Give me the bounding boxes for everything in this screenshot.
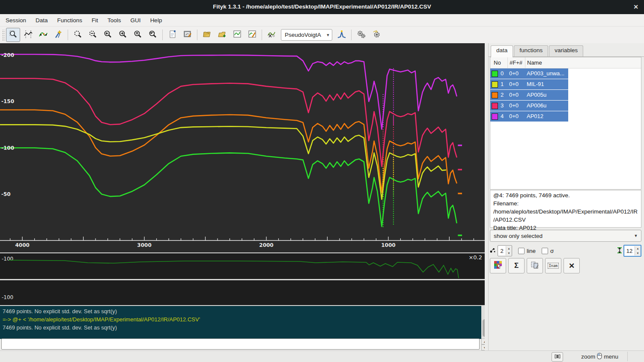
menu-help[interactable]: Help [146, 15, 167, 26]
zoom-all-button[interactable] [71, 28, 85, 42]
shift-icon [617, 246, 622, 255]
auto-add-peak-button[interactable] [334, 28, 349, 42]
title-bar: Fityk 1.3.1 - /home/aleplo/test/Desktop/… [0, 0, 644, 14]
menu-functions[interactable]: Functions [53, 15, 87, 26]
menu-data[interactable]: Data [31, 15, 53, 26]
data-plot-icon [233, 30, 242, 41]
main-plot[interactable]: 4000300020001000-200-150-100-50 [0, 43, 485, 252]
line-checkbox-label: line [527, 248, 536, 254]
show-filter-value: show only selected [490, 233, 631, 239]
execute-script-button[interactable] [180, 28, 194, 42]
toolbar-separator [68, 30, 68, 40]
view-data-button[interactable] [230, 28, 244, 42]
zoom-vertical-button[interactable] [86, 28, 100, 42]
sum-button[interactable]: Σ [508, 258, 525, 273]
sigma-glyph: Σ [514, 261, 519, 270]
aux-plot-2[interactable]: -100 [0, 280, 485, 305]
aux-plot-1[interactable]: -100 ×0.2 [0, 253, 485, 279]
edit-script-button[interactable] [165, 28, 179, 42]
dataset-table: No #F+# Name 0 0+0 AP003_unwa... 1 0+0 M… [490, 57, 641, 190]
tab-data[interactable]: data [491, 45, 513, 57]
toolbar: PseudoVoigtA ▼ [0, 27, 644, 44]
splitter-sash[interactable] [485, 43, 488, 351]
mouse-config-button[interactable] [552, 352, 563, 362]
aux1-scale-label: ×0.2 [468, 254, 482, 261]
dataset-color-swatch[interactable] [492, 113, 498, 120]
table-row[interactable]: 1 0+0 MIL-91 [490, 79, 641, 89]
dataset-name: AP006u [525, 101, 568, 111]
zoom-right-button[interactable] [116, 28, 130, 42]
line-checkbox[interactable] [518, 248, 525, 254]
zoom-up-button[interactable] [131, 28, 145, 42]
svg-text:-100: -100 [1, 145, 14, 151]
delete-dataset-button[interactable]: ✕ [564, 258, 580, 273]
copy-icon [531, 261, 539, 271]
chevron-down-icon: ▼ [631, 234, 641, 238]
table-row[interactable]: 4 0+0 AP012 [490, 111, 641, 122]
spin-down-icon[interactable]: ▼ [506, 251, 512, 255]
rename-button[interactable]: Inam [545, 258, 561, 273]
add-peak-mode-button[interactable] [51, 28, 65, 42]
table-row[interactable]: 0 0+0 AP003_unwa... [490, 68, 641, 79]
menu-bar: Session Data Functions Fit Tools GUI Hel… [0, 14, 644, 27]
command-input[interactable] [1, 338, 480, 350]
menu-fit[interactable]: Fit [87, 15, 103, 26]
copy-data-button[interactable] [527, 258, 543, 273]
dataset-color-swatch[interactable] [492, 71, 498, 77]
dataset-color-swatch[interactable] [492, 92, 498, 98]
column-header-ff[interactable]: #F+# [507, 57, 525, 68]
status-divider [627, 352, 628, 361]
load-data-button[interactable] [200, 28, 214, 42]
aux2-y-label: -100 [2, 294, 13, 300]
gear-undo-icon [372, 30, 381, 41]
dataset-no: 4 [501, 111, 504, 122]
sigma-checkbox[interactable] [542, 248, 548, 254]
zoom-all-icon [73, 30, 83, 41]
load-data-custom-button[interactable] [215, 28, 229, 42]
add-point-mode-button[interactable] [36, 28, 50, 42]
dataset-color-swatch[interactable] [492, 103, 498, 109]
image-edit-icon [183, 30, 192, 41]
open-folder-plus-icon [218, 30, 227, 41]
console-command-line: =-> @+ < '/home/aleplo/test/Desktop/IMAP… [0, 315, 481, 323]
edit-data-button[interactable] [245, 28, 259, 42]
zoom-mode-button[interactable] [6, 28, 20, 42]
output-console[interactable]: 7469 points. No explicit std. dev. Set a… [0, 306, 481, 339]
zoom-right-icon [118, 30, 128, 41]
menu-session[interactable]: Session [1, 15, 31, 26]
spin-up-icon[interactable]: ▲ [506, 246, 512, 251]
column-header-name[interactable]: Name [525, 57, 568, 68]
undo-fit-button[interactable] [369, 28, 383, 42]
zoom-previous-button[interactable] [146, 28, 160, 42]
toolbar-drag-handle[interactable] [2, 30, 5, 41]
info-points: @4: 7469 points, 7469 active. [493, 191, 638, 199]
close-icon: ✕ [569, 261, 575, 270]
data-range-mode-button[interactable] [21, 28, 35, 42]
column-header-no[interactable]: No [490, 57, 507, 68]
toolbar-separator [197, 30, 197, 40]
info-filename: Filename: /home/aleplo/test/Desktop/IMAP… [493, 199, 638, 224]
dataset-ff: 0+0 [507, 79, 525, 89]
menu-gui[interactable]: GUI [126, 15, 146, 26]
table-row[interactable]: 2 0+0 AP005u [490, 90, 641, 100]
dataset-buttons: Σ Inam ✕ [490, 258, 580, 273]
run-fit-button[interactable] [354, 28, 368, 42]
spin-up-icon[interactable]: ▲ [635, 246, 641, 251]
shift-spinner[interactable]: 12 ▲▼ [623, 245, 641, 257]
dataset-no: 2 [501, 90, 504, 100]
tab-functions[interactable]: functions [514, 45, 548, 56]
edit-colors-button[interactable] [490, 258, 506, 273]
show-filter-dropdown[interactable]: show only selected ▼ [490, 230, 641, 242]
table-row[interactable]: 3 0+0 AP006u [490, 101, 641, 111]
point-size-spinner[interactable]: 2 ▲▼ [498, 245, 512, 256]
close-icon[interactable]: ✕ [633, 3, 638, 10]
function-type-combo[interactable]: PseudoVoigtA ▼ [281, 29, 332, 41]
dataset-color-swatch[interactable] [492, 81, 498, 88]
tab-variables[interactable]: variables [549, 45, 583, 56]
zoom-left-button[interactable] [101, 28, 115, 42]
dataset-name: AP005u [525, 90, 568, 100]
spin-down-icon[interactable]: ▼ [635, 251, 641, 255]
data-transform-button[interactable] [265, 28, 279, 42]
menu-tools[interactable]: Tools [103, 15, 126, 26]
aux1-y-label: -100 [2, 256, 13, 262]
